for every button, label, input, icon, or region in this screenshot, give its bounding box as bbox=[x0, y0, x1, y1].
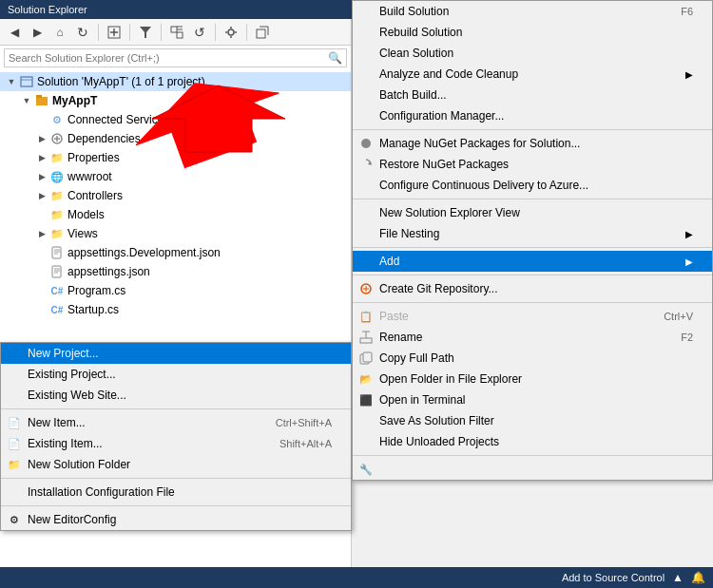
forward-button[interactable]: ▶ bbox=[27, 22, 48, 43]
sep4 bbox=[215, 24, 216, 41]
sep1 bbox=[98, 24, 99, 41]
configure-delivery-item[interactable]: Configure Continuous Delivery to Azure..… bbox=[353, 175, 712, 196]
collapse-button[interactable] bbox=[252, 22, 273, 43]
icon-controllers-folder: 📁 bbox=[49, 188, 65, 203]
properties-button[interactable] bbox=[221, 22, 241, 43]
filter-button[interactable] bbox=[135, 22, 156, 43]
add-new-editorconfig-item[interactable]: ⚙ New EditorConfig bbox=[1, 509, 351, 530]
expander-wwwroot[interactable]: ▶ bbox=[34, 169, 49, 184]
properties-menu-icon: 🔧 bbox=[358, 462, 374, 477]
add-label: Add bbox=[379, 255, 399, 268]
arrow-up-icon: ▲ bbox=[672, 571, 684, 584]
icon-project bbox=[34, 93, 49, 108]
file-nesting-arrow: ▶ bbox=[685, 229, 693, 239]
icon-appsettings bbox=[49, 264, 65, 279]
rebuild-solution-label: Rebuild Solution bbox=[379, 26, 462, 39]
rebuild-solution-item[interactable]: Rebuild Solution bbox=[353, 22, 712, 43]
svg-rect-19 bbox=[36, 95, 42, 98]
tree-item-connected-services[interactable]: ▶ ⚙ Connected Services bbox=[0, 110, 351, 129]
tree-item-startup[interactable]: ▶ C# Startup.cs bbox=[0, 300, 351, 319]
views-label: Views bbox=[67, 227, 98, 240]
search-bar[interactable]: 🔍 bbox=[4, 48, 347, 67]
sep3 bbox=[161, 24, 162, 41]
tree-item-wwwroot[interactable]: ▶ 🌐 wwwroot bbox=[0, 167, 351, 186]
expander-solution[interactable]: ▼ bbox=[4, 74, 19, 89]
dependencies-label: Dependencies bbox=[67, 132, 141, 145]
expander-properties[interactable]: ▶ bbox=[34, 150, 49, 165]
add-existing-project-label: Existing Project... bbox=[28, 368, 116, 381]
icon-models-folder: 📁 bbox=[49, 207, 65, 222]
properties-item[interactable]: 🔧 bbox=[353, 459, 712, 480]
add-existing-project-item[interactable]: Existing Project... bbox=[1, 364, 351, 385]
add-item[interactable]: Add ▶ bbox=[353, 251, 712, 272]
clean-solution-item[interactable]: Clean Solution bbox=[353, 43, 712, 64]
properties-label: Properties bbox=[67, 151, 120, 164]
rename-label: Rename bbox=[379, 331, 422, 344]
add-existing-item-item[interactable]: 📄 Existing Item... Shift+Alt+A bbox=[1, 433, 351, 454]
build-solution-item[interactable]: Build Solution F6 bbox=[353, 1, 712, 22]
add-new-solution-folder-label: New Solution Folder bbox=[28, 458, 130, 471]
create-git-repo-item[interactable]: Create Git Repository... bbox=[353, 278, 712, 299]
tree-item-solution[interactable]: ▼ Solution 'MyAppT' (1 of 1 project) bbox=[0, 72, 351, 91]
sync-button[interactable]: ↻ bbox=[72, 22, 93, 43]
new-solution-view-item[interactable]: New Solution Explorer View bbox=[353, 202, 712, 223]
bell-icon: 🔔 bbox=[691, 571, 705, 584]
tree-item-dependencies[interactable]: ▶ Dependencies bbox=[0, 129, 351, 148]
main-layout: ◀ ▶ ⌂ ↻ ↺ bbox=[0, 19, 713, 588]
cm-sep2 bbox=[353, 199, 712, 199]
add-existing-website-label: Existing Web Site... bbox=[28, 389, 126, 402]
title-bar-label: Solution Explorer bbox=[8, 4, 87, 15]
add-new-project-item[interactable]: New Project... bbox=[1, 343, 351, 364]
search-input[interactable] bbox=[9, 52, 328, 64]
restore-nuget-item[interactable]: Restore NuGet Packages bbox=[353, 154, 712, 175]
svg-point-8 bbox=[228, 29, 234, 35]
open-terminal-item[interactable]: ⬛ Open in Terminal bbox=[353, 389, 712, 410]
save-solution-filter-item[interactable]: Save As Solution Filter bbox=[353, 410, 712, 431]
hide-unloaded-item[interactable]: Hide Unloaded Projects bbox=[353, 431, 712, 452]
rename-item[interactable]: Rename F2 bbox=[353, 327, 712, 348]
svg-rect-23 bbox=[52, 247, 61, 258]
paste-icon: 📋 bbox=[358, 309, 374, 324]
tree-item-controllers[interactable]: ▶ 📁 Controllers bbox=[0, 186, 351, 205]
batch-build-label: Batch Build... bbox=[379, 88, 447, 102]
tree-item-project[interactable]: ▼ MyAppT bbox=[0, 91, 351, 110]
tree-item-appsettings-dev[interactable]: ▶ appsettings.Development.json bbox=[0, 243, 351, 262]
show-all-files-button[interactable] bbox=[166, 22, 187, 43]
file-nesting-item[interactable]: File Nesting ▶ bbox=[353, 223, 712, 244]
expander-controllers[interactable]: ▶ bbox=[34, 188, 49, 203]
manage-nuget-item[interactable]: Manage NuGet Packages for Solution... bbox=[353, 133, 712, 154]
add-sep2 bbox=[1, 478, 351, 479]
add-existing-website-item[interactable]: Existing Web Site... bbox=[1, 385, 351, 406]
batch-build-item[interactable]: Batch Build... bbox=[353, 85, 712, 105]
copy-full-path-item[interactable]: Copy Full Path bbox=[353, 348, 712, 369]
tree-item-properties[interactable]: ▶ 📁 Properties bbox=[0, 148, 351, 167]
new-solution-button[interactable] bbox=[104, 22, 125, 43]
home-button[interactable]: ⌂ bbox=[49, 22, 70, 43]
startup-label: Startup.cs bbox=[67, 303, 119, 316]
tree-item-models[interactable]: ▶ 📁 Models bbox=[0, 205, 351, 224]
svg-marker-3 bbox=[140, 27, 151, 38]
expander-views[interactable]: ▶ bbox=[34, 226, 49, 241]
cm-sep5 bbox=[353, 302, 712, 303]
paste-item[interactable]: 📋 Paste Ctrl+V bbox=[353, 306, 712, 327]
icon-properties-folder: 📁 bbox=[49, 150, 65, 165]
expander-dependencies[interactable]: ▶ bbox=[34, 131, 49, 146]
tree-item-appsettings[interactable]: ▶ appsettings.json bbox=[0, 262, 351, 281]
add-new-item-item[interactable]: 📄 New Item... Ctrl+Shift+A bbox=[1, 412, 351, 433]
add-install-config-item[interactable]: Installation Configuration File bbox=[1, 482, 351, 503]
config-manager-item[interactable]: Configuration Manager... bbox=[353, 105, 712, 126]
back-button[interactable]: ◀ bbox=[4, 22, 25, 43]
refresh-button[interactable]: ↺ bbox=[189, 22, 210, 43]
expander-project[interactable]: ▼ bbox=[19, 93, 34, 108]
cm-sep6 bbox=[353, 455, 712, 456]
add-new-solution-folder-item[interactable]: 📁 New Solution Folder bbox=[1, 454, 351, 475]
search-icon[interactable]: 🔍 bbox=[328, 51, 342, 65]
analyze-cleanup-item[interactable]: Analyze and Code Cleanup ▶ bbox=[353, 64, 712, 85]
solution-label: Solution 'MyAppT' (1 of 1 project) bbox=[37, 75, 205, 88]
appsettings-label: appsettings.json bbox=[67, 265, 150, 278]
tree-item-program[interactable]: ▶ C# Program.cs bbox=[0, 281, 351, 300]
add-arrow: ▶ bbox=[685, 256, 693, 267]
open-folder-item[interactable]: 📂 Open Folder in File Explorer bbox=[353, 369, 712, 389]
tree-item-views[interactable]: ▶ 📁 Views bbox=[0, 224, 351, 243]
open-terminal-label: Open in Terminal bbox=[379, 393, 466, 407]
